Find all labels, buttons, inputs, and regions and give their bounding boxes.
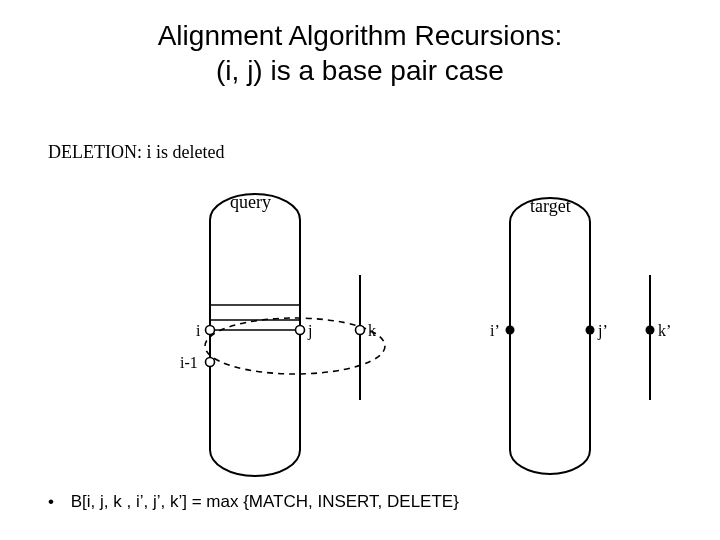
label-j-prime: j’	[598, 322, 608, 340]
point-k-prime	[646, 326, 655, 335]
footer-text: B[i, j, k , i’, j’, k’] = max {MATCH, IN…	[71, 492, 459, 511]
point-k	[356, 326, 365, 335]
target-top-arc	[510, 198, 590, 222]
footer-recursion: • B[i, j, k , i’, j’, k’] = max {MATCH, …	[48, 492, 459, 512]
point-i-prime	[506, 326, 515, 335]
label-i-minus1: i-1	[180, 354, 198, 372]
bullet-icon: •	[48, 492, 66, 512]
label-k-prime: k’	[658, 322, 671, 340]
diagram-svg	[0, 0, 720, 540]
label-j: j	[308, 322, 312, 340]
query-bottom-arc	[210, 450, 300, 476]
label-k: k	[368, 322, 376, 340]
label-i-prime: i’	[490, 322, 500, 340]
query-top-arc	[210, 194, 300, 220]
point-i	[206, 326, 215, 335]
point-i-minus-1	[206, 358, 215, 367]
label-i: i	[196, 322, 200, 340]
point-j	[296, 326, 305, 335]
point-j-prime	[586, 326, 595, 335]
target-bottom-arc	[510, 450, 590, 474]
